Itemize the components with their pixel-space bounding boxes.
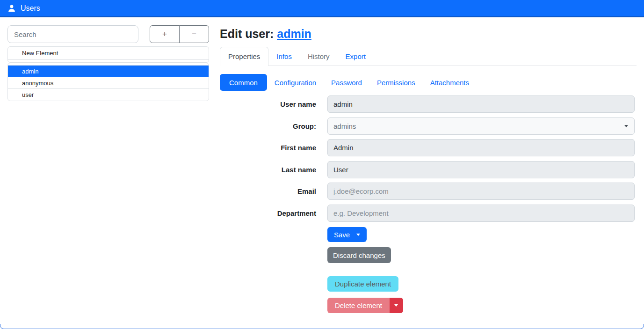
user-form: User name Group: admins First name Last … — [220, 95, 635, 226]
form-row-department: Department — [220, 205, 635, 222]
page-bottom-border — [0, 324, 644, 329]
subtab-password[interactable]: Password — [324, 74, 369, 91]
page-title-prefix: Edit user: — [220, 27, 274, 40]
page-title: Edit user: admin — [220, 27, 311, 41]
tab-infos[interactable]: Infos — [268, 47, 300, 66]
form-row-username: User name — [220, 95, 635, 113]
form-row-lastname: Last name — [220, 161, 635, 178]
department-field[interactable] — [327, 205, 635, 222]
form-row-firstname: First name — [220, 139, 635, 156]
form-row-email: Email — [220, 183, 635, 200]
tab-history: History — [300, 47, 338, 66]
group-select-value: admins — [333, 122, 356, 130]
caret-down-icon — [394, 304, 398, 307]
save-button[interactable]: Save — [327, 227, 367, 242]
list-item-new-element[interactable]: New Element — [8, 47, 209, 60]
group-select[interactable]: admins — [327, 117, 635, 135]
firstname-label: First name — [220, 144, 316, 152]
action-buttons: Save Discard changes Duplicate element D… — [327, 227, 403, 313]
page: Users + − New Element admin anonymous us… — [0, 0, 644, 330]
lastname-field[interactable] — [327, 161, 635, 178]
subtab-configuration[interactable]: Configuration — [267, 74, 324, 91]
remove-element-button[interactable]: − — [179, 25, 209, 43]
search-input[interactable] — [7, 25, 138, 43]
chevron-down-icon — [624, 125, 628, 127]
subtab-bar: Common Configuration Password Permission… — [220, 74, 477, 91]
user-icon — [7, 4, 16, 13]
app-title: Users — [21, 4, 40, 13]
tab-bar: Properties Infos History Export — [220, 47, 637, 66]
new-element-list: New Element — [7, 46, 209, 63]
username-label: User name — [220, 100, 316, 108]
username-field[interactable] — [327, 95, 635, 113]
edited-user-link[interactable]: admin — [277, 27, 311, 40]
subtab-attachments[interactable]: Attachments — [423, 74, 477, 91]
tab-properties[interactable]: Properties — [220, 47, 268, 66]
email-label: Email — [220, 187, 316, 195]
email-field[interactable] — [327, 183, 635, 200]
department-label: Department — [220, 209, 316, 217]
firstname-field[interactable] — [327, 139, 635, 156]
form-row-group: Group: admins — [220, 117, 635, 135]
add-element-button[interactable]: + — [150, 25, 180, 43]
list-item-admin[interactable]: admin — [8, 66, 209, 77]
delete-element-button[interactable]: Delete element — [327, 298, 390, 313]
list-item-user[interactable]: user — [8, 89, 209, 101]
caret-down-icon — [356, 234, 360, 236]
list-add-remove-group: + − — [150, 25, 209, 43]
group-label: Group: — [220, 122, 316, 130]
discard-changes-button[interactable]: Discard changes — [327, 247, 391, 263]
list-item-anonymous[interactable]: anonymous — [8, 77, 209, 89]
subtab-permissions[interactable]: Permissions — [369, 74, 423, 91]
delete-button-group: Delete element — [327, 298, 403, 313]
list-spacer — [8, 60, 209, 62]
delete-dropdown-toggle[interactable] — [390, 298, 403, 313]
lastname-label: Last name — [220, 166, 316, 174]
save-button-label: Save — [334, 231, 350, 239]
top-navbar: Users — [0, 0, 644, 17]
tab-export[interactable]: Export — [338, 47, 374, 66]
duplicate-element-button[interactable]: Duplicate element — [327, 276, 398, 292]
user-list: admin anonymous user — [7, 63, 209, 101]
subtab-common[interactable]: Common — [220, 74, 267, 91]
